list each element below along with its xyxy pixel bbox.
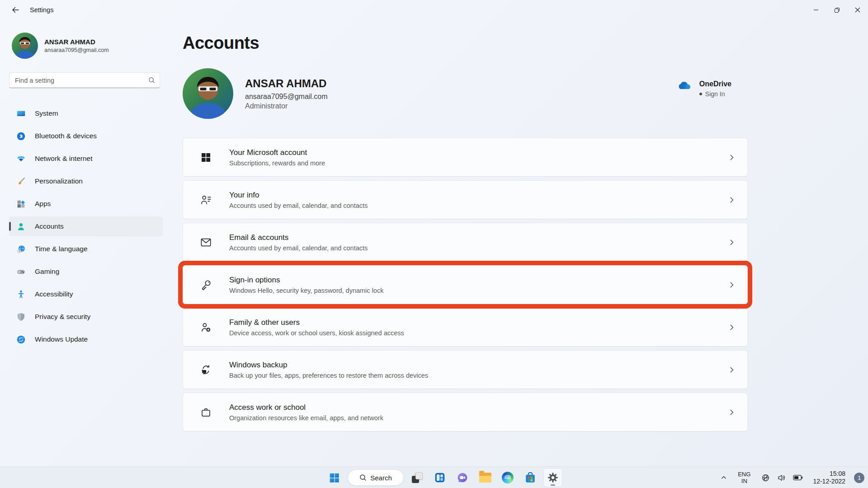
status-dot <box>699 93 702 95</box>
sidebar-item-accessibility[interactable]: Accessibility <box>9 284 163 304</box>
back-arrow-icon <box>11 6 19 14</box>
language-region: IN <box>738 478 750 484</box>
sidebar-item-label: Gaming <box>35 267 59 276</box>
tray-time: 15:08 <box>813 470 845 478</box>
chevron-right-icon <box>728 281 736 289</box>
accounts-icon <box>16 221 26 231</box>
taskbar-search[interactable]: Search <box>348 469 404 486</box>
row-subtitle: Organization resources like email, apps,… <box>229 414 383 422</box>
sidebar-item-network[interactable]: Network & internet <box>9 149 163 169</box>
row-title: Your Microsoft account <box>229 148 325 157</box>
sidebar-item-system[interactable]: System <box>9 103 163 123</box>
start-button[interactable] <box>325 469 343 487</box>
restore-button[interactable] <box>826 0 847 20</box>
store-button[interactable] <box>521 469 539 487</box>
search-icon <box>359 474 367 481</box>
notification-badge[interactable]: 1 <box>854 473 864 483</box>
volume-tray-button[interactable] <box>775 469 788 487</box>
row-title: Your info <box>229 191 368 200</box>
task-view-button[interactable] <box>408 469 426 487</box>
clock-tray[interactable]: 15:08 12-12-2022 <box>808 469 850 487</box>
windows-update-icon <box>16 334 26 344</box>
gaming-icon <box>16 267 26 277</box>
taskbar-search-label: Search <box>370 474 392 482</box>
avatar-image <box>183 68 233 119</box>
battery-tray-button[interactable] <box>791 469 805 487</box>
chevron-up-icon <box>721 474 727 481</box>
row-windows-backup[interactable]: Windows backup Back up your files, apps,… <box>183 350 748 389</box>
row-family-other-users[interactable]: Family & other users Device access, work… <box>183 308 748 347</box>
chat-icon <box>457 472 468 483</box>
chat-button[interactable] <box>453 469 472 487</box>
row-sign-in-options[interactable]: Sign-in options Windows Hello, security … <box>183 265 748 304</box>
profile-role: Administrator <box>245 102 328 110</box>
back-button[interactable] <box>6 2 24 18</box>
language-indicator[interactable]: ENG IN <box>732 469 756 487</box>
chevron-right-icon <box>728 324 736 331</box>
avatar-image <box>12 33 38 59</box>
onedrive-icon <box>678 80 694 91</box>
network-tray-button[interactable] <box>759 469 772 487</box>
main-content: Accounts ANSAR AHMAD ans <box>172 20 868 466</box>
sidebar-item-label: Network & internet <box>35 155 93 163</box>
privacy-shield-icon <box>16 312 26 322</box>
widgets-button[interactable] <box>431 469 449 487</box>
page-title: Accounts <box>183 33 868 53</box>
profile-email: ansaraa7095@gmail.com <box>245 93 328 101</box>
edge-icon <box>502 472 514 483</box>
microsoft-logo-icon <box>199 151 212 164</box>
taskbar: Search <box>0 466 868 488</box>
sidebar-item-apps[interactable]: Apps <box>9 194 163 214</box>
sidebar-item-bluetooth[interactable]: Bluetooth & devices <box>9 126 163 146</box>
row-email-accounts[interactable]: Email & accounts Accounts used by email,… <box>183 223 748 262</box>
search-input[interactable] <box>15 77 148 84</box>
sidebar-user-email: ansaraa7095@gmail.com <box>44 47 109 53</box>
your-info-icon <box>199 193 212 206</box>
profile-name: ANSAR AHMAD <box>245 77 328 90</box>
sidebar-item-windows-update[interactable]: Windows Update <box>9 329 163 349</box>
sidebar-item-label: Personalization <box>35 177 83 185</box>
speaker-icon <box>777 474 786 482</box>
briefcase-icon <box>199 406 212 418</box>
edge-button[interactable] <box>499 469 517 487</box>
email-icon <box>199 236 212 249</box>
sidebar-user-card[interactable]: ANSAR AHMAD ansaraa7095@gmail.com <box>12 33 161 59</box>
close-button[interactable] <box>847 0 868 20</box>
key-icon <box>199 278 212 291</box>
sidebar-item-label: System <box>35 109 58 117</box>
row-title: Email & accounts <box>229 233 368 242</box>
family-icon <box>199 321 212 333</box>
row-access-work-or-school[interactable]: Access work or school Organization resou… <box>183 393 748 432</box>
accessibility-icon <box>16 289 26 299</box>
titlebar: Settings <box>0 0 868 20</box>
onedrive-block[interactable]: OneDrive Sign In <box>678 80 731 98</box>
time-language-icon <box>16 244 26 254</box>
onedrive-signin[interactable]: Sign In <box>699 90 731 98</box>
settings-search[interactable] <box>9 72 160 88</box>
settings-gear-icon <box>547 472 559 483</box>
sidebar-item-time-language[interactable]: Time & language <box>9 239 163 259</box>
settings-button[interactable] <box>544 469 562 487</box>
file-explorer-button[interactable] <box>476 469 494 487</box>
chevron-right-icon <box>728 408 736 416</box>
row-your-info[interactable]: Your info Accounts used by email, calend… <box>183 180 748 219</box>
sidebar-item-accounts[interactable]: Accounts <box>9 216 163 236</box>
sidebar-item-gaming[interactable]: Gaming <box>9 262 163 282</box>
search-icon <box>148 77 155 84</box>
sidebar-item-label: Accessibility <box>35 290 73 298</box>
row-your-microsoft-account[interactable]: Your Microsoft account Subscriptions, re… <box>183 138 748 177</box>
network-icon <box>16 154 26 164</box>
row-title: Access work or school <box>229 403 383 412</box>
onedrive-title: OneDrive <box>699 80 731 88</box>
minimize-button[interactable] <box>806 0 826 20</box>
close-icon <box>855 7 860 13</box>
sidebar-item-privacy[interactable]: Privacy & security <box>9 307 163 327</box>
row-title: Family & other users <box>229 318 404 327</box>
windows-start-icon <box>328 472 340 483</box>
tray-date: 12-12-2022 <box>813 478 845 485</box>
chevron-right-icon <box>728 366 736 374</box>
tray-chevron-button[interactable] <box>718 469 729 487</box>
chevron-right-icon <box>728 239 736 246</box>
chevron-right-icon <box>728 196 736 204</box>
sidebar-item-personalization[interactable]: Personalization <box>9 171 163 191</box>
